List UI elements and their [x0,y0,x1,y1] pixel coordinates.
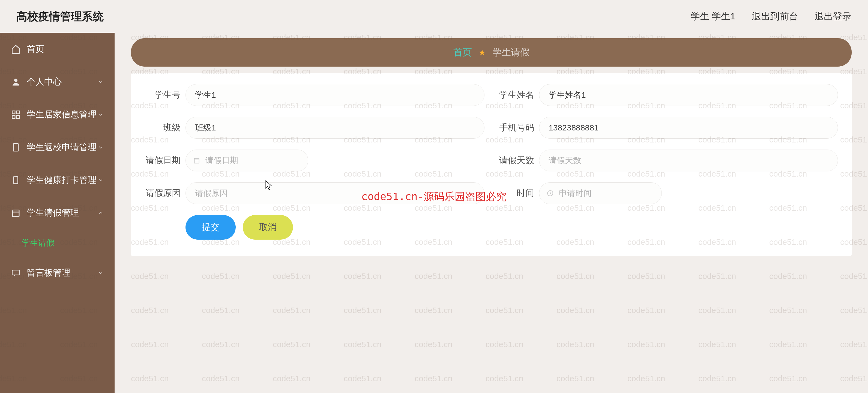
sidebar-sub-label: 学生请假 [22,237,55,249]
sidebar-item-leave-manage[interactable]: 学生请假管理 [0,196,115,229]
input-leave-days[interactable] [539,150,838,172]
svg-rect-5 [13,144,18,151]
chevron-down-icon [98,79,104,85]
sidebar-item-label: 个人中心 [27,76,62,88]
sidebar-sub-student-leave[interactable]: 学生请假 [0,229,115,256]
input-phone[interactable] [539,117,838,139]
sidebar-item-label: 留言板管理 [27,267,70,279]
clipboard-icon [11,175,21,185]
label-class: 班级 [145,122,185,134]
chevron-down-icon [98,177,104,183]
main-content: 首页 ★ 学生请假 学生号 学生姓名 班级 [115,33,868,393]
header-right: 学生 学生1 退出到前台 退出登录 [691,10,851,23]
sidebar: 首页 个人中心 学生居家信息管理 学生返校申请管理 [0,33,115,393]
field-student-name: 学生姓名 [498,84,838,106]
sidebar-item-home[interactable]: 首页 [0,33,115,65]
field-leave-reason: 请假原因 [145,182,485,204]
label-leave-date: 请假日期 [145,154,185,167]
label-leave-days: 请假天数 [498,154,539,167]
breadcrumb-home[interactable]: 首页 [453,46,472,59]
label-student-name: 学生姓名 [498,89,539,101]
svg-rect-7 [12,210,19,217]
field-class: 班级 [145,117,485,139]
input-leave-reason[interactable] [185,182,485,204]
input-class[interactable] [185,117,485,139]
logout-front-link[interactable]: 退出到前台 [752,10,798,23]
svg-rect-2 [17,111,20,114]
sidebar-item-home-info[interactable]: 学生居家信息管理 [0,98,115,131]
label-student-id: 学生号 [145,89,185,101]
clock-icon [547,190,554,197]
svg-rect-1 [12,111,15,114]
label-phone: 手机号码 [498,122,539,134]
svg-rect-6 [14,177,18,184]
sidebar-item-label: 学生健康打卡管理 [27,174,97,186]
field-phone: 手机号码 [498,117,838,139]
chevron-down-icon [98,270,104,276]
logout-link[interactable]: 退出登录 [814,10,851,23]
breadcrumb-current: 学生请假 [492,46,529,59]
svg-rect-3 [12,116,15,118]
calendar-icon [11,208,21,218]
sidebar-item-label: 首页 [27,43,44,55]
sidebar-item-return-apply[interactable]: 学生返校申请管理 [0,131,115,164]
sidebar-item-profile[interactable]: 个人中心 [0,65,115,98]
breadcrumb: 首页 ★ 学生请假 [131,38,851,67]
message-icon [11,268,21,278]
home-icon [11,44,21,54]
svg-rect-4 [17,116,20,118]
input-student-id[interactable] [185,84,485,106]
field-apply-time: 时间 [498,182,838,204]
chevron-down-icon [98,144,104,150]
sidebar-item-health-check[interactable]: 学生健康打卡管理 [0,164,115,196]
grid-icon [11,110,21,120]
chevron-up-icon [98,210,104,216]
submit-button[interactable]: 提交 [185,215,236,240]
input-student-name[interactable] [539,84,838,106]
calendar-icon [193,157,200,164]
field-leave-days: 请假天数 [498,150,838,172]
app-title: 高校疫情管理系统 [17,9,104,24]
chevron-down-icon [98,112,104,118]
field-student-id: 学生号 [145,84,485,106]
sidebar-item-label: 学生请假管理 [27,207,79,219]
svg-rect-10 [194,158,199,163]
label-apply-time: 时间 [498,187,539,199]
sidebar-item-message-board[interactable]: 留言板管理 [0,256,115,289]
user-label[interactable]: 学生 学生1 [691,10,736,23]
svg-rect-9 [12,270,20,275]
field-leave-date: 请假日期 [145,150,485,172]
cancel-button[interactable]: 取消 [243,215,293,240]
label-leave-reason: 请假原因 [145,187,185,199]
sidebar-item-label: 学生居家信息管理 [27,109,97,121]
star-icon: ★ [478,48,486,57]
sidebar-item-label: 学生返校申请管理 [27,141,97,153]
leave-form: 学生号 学生姓名 班级 手机号码 [131,73,851,256]
header: 高校疫情管理系统 学生 学生1 退出到前台 退出登录 [0,0,868,33]
svg-point-0 [14,79,18,82]
input-apply-time[interactable] [539,182,662,204]
doc-icon [11,143,21,152]
user-icon [11,77,21,87]
input-leave-date[interactable] [185,150,308,172]
